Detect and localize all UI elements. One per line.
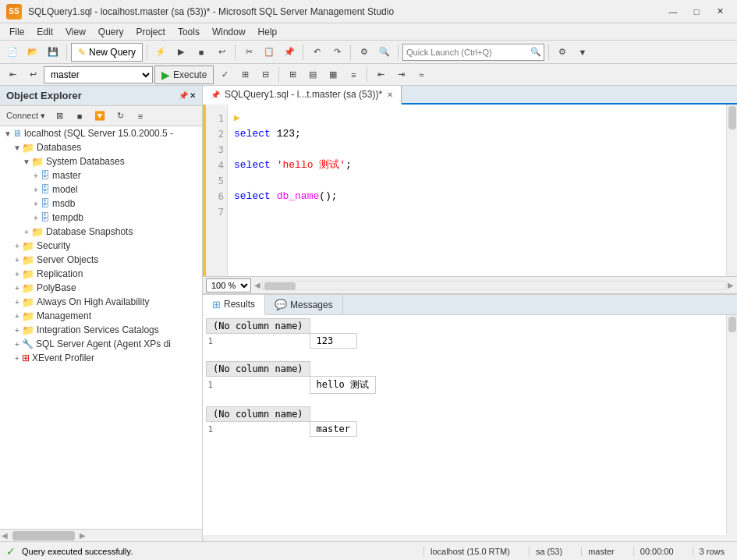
tb2-btn5[interactable]: ⇤ bbox=[371, 66, 390, 84]
msdb-expand[interactable]: + bbox=[31, 200, 41, 208]
alwayson-expand[interactable]: + bbox=[12, 298, 22, 307]
menu-query[interactable]: Query bbox=[92, 25, 130, 39]
properties-button[interactable]: ⚙ bbox=[553, 43, 572, 62]
tree-root[interactable]: ▼ 🖥 localhost (SQL Server 15.0.2000.5 - bbox=[0, 126, 202, 140]
sidebar-scroll-right[interactable]: ▶ bbox=[78, 531, 87, 540]
tab-close-button[interactable]: ✕ bbox=[387, 90, 393, 99]
tb2-btn6[interactable]: ⇥ bbox=[392, 66, 410, 84]
tree-system-databases[interactable]: ▼ 📁 System Databases bbox=[0, 154, 202, 168]
results-tab-results[interactable]: ⊞ Results bbox=[203, 295, 265, 315]
close-button[interactable]: ✕ bbox=[709, 2, 731, 21]
showplan-button[interactable]: ⊟ bbox=[256, 66, 275, 84]
new-query-button[interactable]: ✎ New Query bbox=[71, 43, 143, 62]
hscroll-right-btn[interactable]: ▶ bbox=[728, 281, 734, 289]
customize-button[interactable]: ▼ bbox=[573, 43, 592, 62]
parse-button[interactable]: ⊞ bbox=[236, 66, 254, 84]
xevent-expand[interactable]: + bbox=[12, 354, 22, 363]
tree-replication[interactable]: + 📁 Replication bbox=[0, 267, 202, 281]
menu-help[interactable]: Help bbox=[252, 25, 284, 39]
connect-button[interactable]: Connect ▾ bbox=[3, 107, 48, 126]
tb-btn-2[interactable]: ▶ bbox=[172, 43, 190, 62]
tb2-btn3[interactable]: ▦ bbox=[324, 66, 342, 84]
menu-tools[interactable]: Tools bbox=[172, 25, 206, 39]
copy-button[interactable]: 📋 bbox=[260, 43, 278, 62]
undo-button[interactable]: ↶ bbox=[307, 43, 326, 62]
tree-alwayson[interactable]: + 📁 Always On High Availability bbox=[0, 295, 202, 309]
tree-management[interactable]: + 📁 Management bbox=[0, 309, 202, 323]
tree-xevent[interactable]: + ⊞ XEvent Profiler bbox=[0, 351, 202, 365]
results-vscroll-thumb[interactable] bbox=[728, 317, 736, 332]
menu-file[interactable]: File bbox=[3, 25, 30, 39]
menu-project[interactable]: Project bbox=[130, 25, 172, 39]
results-scroll-area[interactable]: (No column name) 1 123 bbox=[203, 315, 737, 535]
editor-container[interactable]: 1 2 3 4 5 6 7 ▶ select 123; select 'h bbox=[203, 105, 737, 276]
tb-btn-1[interactable]: ⚡ bbox=[151, 43, 170, 62]
sidebar-hscroll-thumb[interactable] bbox=[12, 531, 75, 541]
results-tab-messages[interactable]: 💬 Messages bbox=[265, 295, 343, 314]
tree-tempdb[interactable]: + 🗄 tempdb bbox=[0, 211, 202, 225]
tb2-btn4[interactable]: ≡ bbox=[344, 66, 363, 84]
master-expand[interactable]: + bbox=[31, 172, 41, 180]
tb-more-2[interactable]: 🔍 bbox=[375, 43, 394, 62]
zoom-select[interactable]: 100 % bbox=[206, 278, 251, 292]
tempdb-expand[interactable]: + bbox=[31, 214, 41, 222]
menu-window[interactable]: Window bbox=[206, 25, 252, 39]
tb-btn-3[interactable]: ■ bbox=[192, 43, 211, 62]
systemdb-expand[interactable]: ▼ bbox=[22, 158, 31, 166]
tree-master[interactable]: + 🗄 master bbox=[0, 168, 202, 183]
quick-launch-input[interactable] bbox=[403, 48, 528, 57]
serverobj-expand[interactable]: + bbox=[12, 256, 22, 264]
editor-vscrollbar[interactable] bbox=[726, 105, 737, 276]
code-editor[interactable]: ▶ select 123; select 'hello 测试'; select … bbox=[231, 105, 726, 276]
tree-model[interactable]: + 🗄 model bbox=[0, 183, 202, 197]
open-button[interactable]: 📂 bbox=[23, 43, 42, 62]
replication-expand[interactable]: + bbox=[12, 270, 22, 278]
quick-launch-search-icon[interactable]: 🔍 bbox=[528, 44, 544, 60]
redo-button[interactable]: ↷ bbox=[328, 43, 346, 62]
execute-button[interactable]: ▶ Execute bbox=[154, 66, 214, 84]
tree-sqlagent[interactable]: + 🔧 SQL Server Agent (Agent XPs di bbox=[0, 337, 202, 351]
menu-view[interactable]: View bbox=[59, 25, 92, 39]
quick-launch-box[interactable]: 🔍 bbox=[402, 44, 544, 61]
tb2-btn2[interactable]: ▤ bbox=[303, 66, 322, 84]
window-controls[interactable]: — □ ✕ bbox=[662, 2, 731, 21]
menu-edit[interactable]: Edit bbox=[30, 25, 59, 39]
hscroll-left-btn[interactable]: ◀ bbox=[254, 281, 260, 289]
management-expand[interactable]: + bbox=[12, 312, 22, 321]
tree-databases[interactable]: ▼ 📁 Databases bbox=[0, 140, 202, 154]
database-selector[interactable]: master bbox=[44, 66, 153, 83]
tree-msdb[interactable]: + 🗄 msdb bbox=[0, 197, 202, 211]
sqlagent-expand[interactable]: + bbox=[12, 340, 22, 349]
save-button[interactable]: 💾 bbox=[44, 43, 62, 62]
stop-button[interactable]: ■ bbox=[70, 107, 89, 126]
tb-btn-4[interactable]: ↩ bbox=[212, 43, 231, 62]
summarize-button[interactable]: ≡ bbox=[131, 107, 150, 126]
indent-btn2[interactable]: ↩ bbox=[23, 66, 42, 84]
editor-vscroll-thumb[interactable] bbox=[728, 106, 736, 129]
tree-security[interactable]: + 📁 Security bbox=[0, 239, 202, 253]
tree-server-objects[interactable]: + 📁 Server Objects bbox=[0, 253, 202, 267]
editor-hscrollbar[interactable]: ◀ ▶ bbox=[254, 279, 734, 292]
tree-snapshots[interactable]: + 📁 Database Snapshots bbox=[0, 225, 202, 239]
sidebar-close-button[interactable]: ✕ bbox=[190, 91, 196, 100]
tree-polybase[interactable]: + 📁 PolyBase bbox=[0, 281, 202, 295]
sidebar-pin-button[interactable]: 📌 bbox=[179, 91, 188, 100]
query-tab[interactable]: 📌 SQLQuery1.sql - l...t.master (sa (53))… bbox=[203, 86, 402, 105]
new-file-button[interactable]: 📄 bbox=[3, 43, 22, 62]
disconnect-button[interactable]: ⊠ bbox=[50, 107, 69, 126]
cut-button[interactable]: ✂ bbox=[239, 43, 258, 62]
maximize-button[interactable]: □ bbox=[686, 2, 707, 21]
integration-expand[interactable]: + bbox=[12, 326, 22, 335]
security-expand[interactable]: + bbox=[12, 242, 22, 250]
minimize-button[interactable]: — bbox=[662, 2, 684, 21]
indent-btn[interactable]: ⇤ bbox=[3, 66, 22, 84]
debug-button[interactable]: ✓ bbox=[215, 66, 234, 84]
sidebar-filter-button[interactable]: 🔽 bbox=[90, 107, 109, 126]
results-vscrollbar[interactable] bbox=[726, 315, 737, 535]
tree-integration[interactable]: + 📁 Integration Services Catalogs bbox=[0, 323, 202, 337]
root-expand-icon[interactable]: ▼ bbox=[3, 129, 12, 138]
snapshots-expand[interactable]: + bbox=[22, 228, 31, 236]
hscroll-thumb[interactable] bbox=[264, 282, 296, 290]
model-expand[interactable]: + bbox=[31, 186, 41, 194]
tb-more-1[interactable]: ⚙ bbox=[355, 43, 374, 62]
